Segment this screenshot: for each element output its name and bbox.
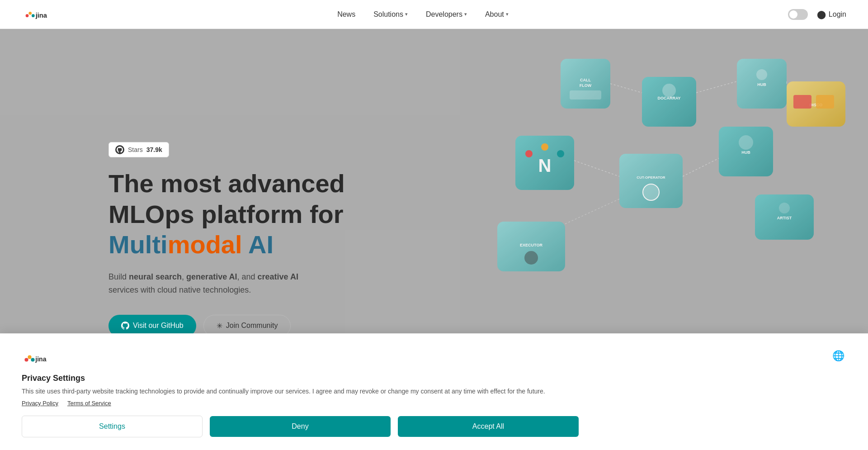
svg-text:EXECUTOR: EXECUTOR [520, 243, 542, 247]
svg-point-1 [28, 12, 32, 15]
svg-point-28 [739, 135, 753, 150]
svg-point-41 [24, 358, 28, 361]
developers-chevron-icon: ▾ [464, 11, 467, 17]
svg-rect-7 [570, 90, 601, 99]
login-icon: ⬤ [817, 9, 826, 19]
svg-text:CALL: CALL [580, 78, 591, 82]
github-stars-badge[interactable]: Stars 37.9k [108, 142, 169, 157]
svg-text:jina: jina [35, 355, 46, 363]
svg-line-35 [610, 84, 642, 93]
stars-count: 37.9k [146, 146, 162, 153]
svg-rect-17 [816, 95, 834, 109]
terms-of-service-link[interactable]: Terms of Service [67, 400, 111, 407]
hero-content: Stars 37.9k The most advanced MLOps plat… [0, 113, 345, 336]
svg-point-10 [662, 84, 676, 97]
svg-point-34 [779, 203, 790, 213]
svg-point-13 [756, 69, 767, 80]
svg-point-42 [28, 355, 31, 359]
svg-point-2 [32, 14, 35, 17]
deny-button[interactable]: Deny [210, 416, 391, 437]
svg-line-39 [683, 158, 719, 176]
about-chevron-icon: ▾ [506, 11, 509, 17]
svg-text:jina: jina [35, 11, 47, 19]
globe-button[interactable]: 🌐 [830, 348, 846, 364]
svg-text:HUB: HUB [757, 82, 766, 87]
svg-point-25 [643, 184, 659, 200]
svg-text:HUB: HUB [741, 150, 750, 155]
login-button[interactable]: ⬤ Login [817, 9, 846, 19]
privacy-buttons: Settings Deny Accept All [22, 416, 846, 437]
settings-button[interactable]: Settings [22, 416, 203, 437]
svg-text:ARTIST: ARTIST [777, 216, 792, 220]
svg-text:CUT-OPERATOR: CUT-OPERATOR [637, 175, 665, 180]
logo[interactable]: jina [22, 6, 58, 23]
theme-toggle[interactable] [788, 9, 808, 20]
nav-solutions[interactable]: Solutions ▾ [373, 10, 408, 19]
nav-links: News Solutions ▾ Developers ▾ About ▾ [337, 10, 509, 19]
svg-point-21 [541, 143, 548, 151]
github-btn-icon [121, 322, 129, 330]
solutions-chevron-icon: ▾ [405, 11, 408, 17]
nav-right: ⬤ Login [788, 9, 846, 20]
svg-point-31 [524, 251, 538, 265]
accept-all-button[interactable]: Accept All [398, 416, 579, 437]
hero-illustration: CALL FLOW DOCARRAY HUB DISCO N [470, 45, 854, 326]
privacy-policy-link[interactable]: Privacy Policy [22, 400, 58, 407]
svg-text:FLOW: FLOW [580, 83, 592, 88]
svg-point-43 [31, 358, 34, 361]
privacy-top: jina Privacy Settings This site uses thi… [22, 348, 846, 407]
nav-developers[interactable]: Developers ▾ [426, 10, 467, 19]
privacy-title: Privacy Settings [22, 374, 545, 383]
svg-line-40 [565, 199, 619, 224]
hero-multimodal-text: Multimodal AI [108, 230, 274, 259]
stars-label: Stars [128, 146, 143, 153]
svg-rect-16 [793, 95, 811, 109]
hero-subtitle: Build neural search, generative AI, and … [108, 270, 326, 297]
nav-news[interactable]: News [337, 10, 355, 19]
globe-icon: 🌐 [832, 350, 844, 361]
privacy-left: jina Privacy Settings This site uses thi… [22, 348, 545, 407]
svg-point-0 [26, 14, 29, 17]
logo-svg: jina [22, 6, 58, 23]
svg-text:N: N [538, 156, 552, 175]
snowflake-icon: ✳ [217, 322, 222, 330]
privacy-text: This site uses third-party website track… [22, 387, 545, 396]
privacy-banner: jina Privacy Settings This site uses thi… [0, 333, 868, 450]
github-icon [115, 145, 124, 154]
svg-line-36 [696, 81, 737, 93]
privacy-logo: jina [22, 348, 545, 368]
svg-point-22 [557, 150, 564, 157]
navbar: jina News Solutions ▾ Developers ▾ About… [0, 0, 868, 29]
svg-point-20 [525, 150, 533, 157]
privacy-links: Privacy Policy Terms of Service [22, 400, 545, 407]
hero-title: The most advanced MLOps platform for Mul… [108, 168, 345, 260]
svg-line-38 [574, 161, 619, 176]
nav-about[interactable]: About ▾ [485, 10, 509, 19]
